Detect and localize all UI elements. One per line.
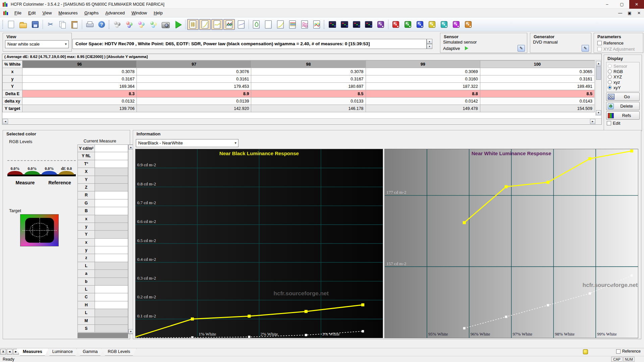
measure-nearwhite-button[interactable] — [351, 19, 362, 30]
reference-checkbox-row[interactable]: Reference — [597, 41, 643, 46]
close-button[interactable]: ✕ — [629, 0, 644, 9]
menu-window[interactable]: Window — [128, 9, 150, 17]
display-radio-xyy[interactable]: xyY — [608, 85, 638, 90]
table-cell[interactable]: 180.697 — [251, 83, 366, 90]
table-horizontal-scrollbar[interactable]: ◄ ► — [2, 118, 601, 124]
values-grid-view-button[interactable] — [187, 19, 199, 30]
new-file-button[interactable] — [5, 19, 17, 30]
blank-view-button[interactable] — [263, 19, 274, 30]
sensor-balls-button[interactable] — [112, 19, 123, 30]
edit-checkbox-row[interactable]: Edit — [607, 121, 642, 126]
table-cell[interactable]: 8.5 — [251, 90, 366, 98]
table-row-y-target[interactable]: Y target139.706142.920146.178149.478154.… — [3, 105, 595, 112]
menu-graphs[interactable]: Graphs — [81, 9, 102, 17]
table-cell[interactable]: 0.3078 — [22, 68, 137, 75]
saturation-view-button[interactable] — [299, 19, 310, 30]
radio-icon[interactable] — [608, 80, 612, 84]
delete-button[interactable]: ♻ Delete — [606, 102, 640, 110]
mdi-minimize-icon[interactable]: — — [617, 11, 623, 15]
table-row-delta-e[interactable]: Delta E8.38.98.58.88.5 — [3, 90, 595, 98]
scrollbar-thumb[interactable] — [596, 66, 601, 80]
table-cell[interactable]: 0.0132 — [22, 98, 137, 105]
table-cell[interactable]: 0.3069 — [366, 68, 480, 75]
table-cell[interactable]: 139.706 — [22, 105, 137, 112]
column-header-100[interactable]: 100 — [480, 61, 594, 68]
table-cell[interactable]: 0.0143 — [480, 98, 594, 105]
measure-nearblack-button[interactable] — [339, 19, 350, 30]
camera-button[interactable] — [160, 19, 171, 30]
reference-checkbox[interactable] — [597, 41, 602, 45]
radio-icon[interactable] — [608, 69, 612, 73]
spinner-down-icon[interactable]: ▼ — [427, 44, 432, 49]
print-button[interactable] — [84, 19, 95, 30]
table-cell[interactable]: 146.178 — [251, 105, 366, 112]
color-cluster-button[interactable] — [136, 19, 147, 30]
generator-edit-icon[interactable]: ✎ — [582, 45, 589, 52]
cut-button[interactable]: ✂ — [45, 19, 56, 30]
table-row-y[interactable]: y0.31670.31610.31670.31600.3161 — [3, 75, 595, 83]
table-cell[interactable]: 179.453 — [137, 83, 251, 90]
table-cell[interactable]: 149.478 — [366, 105, 480, 112]
column-header-96[interactable]: 96 — [22, 61, 137, 68]
table-cell[interactable]: 8.9 — [137, 90, 251, 98]
measure-green-button[interactable] — [402, 19, 414, 30]
column-header-97[interactable]: 97 — [137, 61, 251, 68]
table-cell[interactable]: 0.3078 — [251, 68, 366, 75]
radio-icon[interactable] — [608, 64, 612, 68]
mdi-restore-icon[interactable]: ▣ — [627, 11, 633, 15]
table-row-delta-xy[interactable]: delta xy0.01320.01390.01330.01420.0143 — [3, 98, 595, 105]
table-cell[interactable]: 0.3160 — [366, 75, 480, 83]
table-cell[interactable]: 0.3161 — [480, 75, 594, 83]
cm-scroll-up-icon[interactable]: ▲ — [128, 145, 133, 149]
scroll-right-icon[interactable]: ► — [590, 119, 595, 124]
cie-diagram-button[interactable] — [251, 19, 262, 30]
menu-advanced[interactable]: Advanced — [102, 9, 128, 17]
sensor-edit-icon[interactable]: ✎ — [518, 45, 525, 52]
radio-icon[interactable] — [608, 85, 612, 89]
paste-button[interactable] — [69, 19, 80, 30]
table-row-x[interactable]: x0.30780.30760.30780.30690.3065 — [3, 68, 595, 75]
measure-grayscale-button[interactable] — [327, 19, 338, 30]
go-button[interactable]: Go — [606, 93, 640, 101]
measure-red-button[interactable] — [390, 19, 401, 30]
rgb-levels-view-button[interactable] — [223, 19, 235, 30]
measure-allcolors-button[interactable] — [463, 19, 474, 30]
menu-help[interactable]: Help — [150, 9, 166, 17]
tab-gamma[interactable]: Gamma — [76, 349, 104, 356]
rgb-histo-view-button[interactable] — [287, 19, 298, 30]
column-header-98[interactable]: 98 — [251, 61, 366, 68]
spinner-up-icon[interactable]: ▲ — [427, 39, 432, 44]
information-selector[interactable]: NearBlack - NearWhite ▾ — [136, 139, 238, 147]
table-cell[interactable]: 0.0133 — [251, 98, 366, 105]
scroll-left-icon[interactable]: ◄ — [3, 119, 8, 124]
scroll-up-icon[interactable]: ▲ — [596, 61, 601, 66]
table-cell[interactable]: 8.5 — [480, 90, 594, 98]
table-cell[interactable]: 0.3167 — [22, 75, 137, 83]
tab-rgb-levels[interactable]: RGB Levels — [101, 349, 137, 356]
edit-checkbox[interactable] — [607, 121, 611, 125]
mdi-close-icon[interactable]: ✕ — [636, 11, 642, 15]
view-selector[interactable]: Near white scale ▾ — [5, 40, 69, 48]
measure-saturations-button[interactable] — [363, 19, 374, 30]
measure-yellow-button[interactable] — [426, 19, 438, 30]
gamma-view-button[interactable] — [275, 19, 286, 30]
table-cell[interactable]: 142.920 — [137, 105, 251, 112]
cm-scroll-down-icon[interactable]: ▼ — [128, 329, 133, 334]
table-cell[interactable]: 0.3167 — [251, 75, 366, 83]
tabs-scroll-left-button[interactable]: ◄ — [7, 349, 12, 355]
table-cell[interactable]: 0.0142 — [366, 98, 480, 105]
minimize-button[interactable]: – — [600, 0, 614, 9]
table-cell[interactable]: 0.3161 — [137, 75, 251, 83]
table-row-y[interactable]: Y169.364179.453180.697187.322189.491 — [3, 83, 595, 90]
display-radio-rgb[interactable]: RGB — [608, 69, 638, 74]
tab-luminance[interactable]: Luminance — [46, 349, 79, 356]
table-vertical-scrollbar[interactable]: ▲ ▼ — [595, 61, 601, 116]
table-cell[interactable]: 0.0139 — [137, 98, 251, 105]
sensor-play-icon[interactable] — [465, 46, 468, 50]
display-radio-xyz[interactable]: xyz — [608, 79, 638, 85]
luminance-view-button[interactable] — [235, 19, 247, 30]
table-cell[interactable]: 154.509 — [480, 105, 594, 112]
help-button[interactable]: ? — [96, 19, 107, 30]
statusbar-reference-checkbox[interactable] — [616, 349, 621, 354]
radio-icon[interactable] — [608, 75, 612, 79]
